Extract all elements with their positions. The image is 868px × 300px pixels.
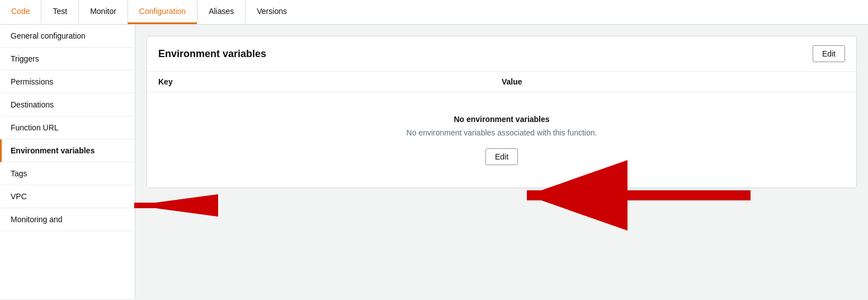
tab-aliases[interactable]: Aliases — [197, 0, 245, 24]
tab-monitor[interactable]: Monitor — [78, 0, 128, 24]
sidebar-item-tags[interactable]: Tags — [0, 162, 135, 185]
card-title: Environment variables — [158, 48, 266, 60]
tab-versions[interactable]: Versions — [245, 0, 298, 24]
edit-button-empty-state[interactable]: Edit — [485, 148, 518, 165]
sidebar-item-environment-variables[interactable]: Environment variables — [0, 139, 135, 162]
col-key-header: Key — [158, 77, 502, 86]
col-value-header: Value — [502, 77, 845, 86]
tab-configuration[interactable]: Configuration — [128, 0, 197, 24]
empty-state-description: No environment variables associated with… — [158, 128, 845, 137]
sidebar-item-function-url[interactable]: Function URL — [0, 116, 135, 139]
main-layout: General configurationTriggersPermissions… — [0, 25, 868, 299]
empty-state: No environment variables No environment … — [147, 92, 856, 187]
environment-variables-card: Environment variables Edit Key Value No … — [147, 36, 857, 188]
empty-state-title: No environment variables — [158, 115, 845, 124]
edit-button-top[interactable]: Edit — [813, 45, 845, 62]
table-header: Key Value — [147, 72, 856, 92]
sidebar-item-triggers[interactable]: Triggers — [0, 48, 135, 71]
tab-test[interactable]: Test — [41, 0, 78, 24]
sidebar-item-vpc[interactable]: VPC — [0, 185, 135, 208]
sidebar-item-destinations[interactable]: Destinations — [0, 93, 135, 116]
tab-bar: CodeTestMonitorConfigurationAliasesVersi… — [0, 0, 868, 25]
sidebar-item-permissions[interactable]: Permissions — [0, 71, 135, 93]
sidebar-item-general-configuration[interactable]: General configuration — [0, 25, 135, 48]
sidebar-item-monitoring-and[interactable]: Monitoring and — [0, 208, 135, 231]
sidebar: General configurationTriggersPermissions… — [0, 25, 135, 299]
content-area: Environment variables Edit Key Value No … — [135, 25, 868, 299]
card-header: Environment variables Edit — [147, 36, 856, 72]
tab-code[interactable]: Code — [0, 0, 41, 24]
